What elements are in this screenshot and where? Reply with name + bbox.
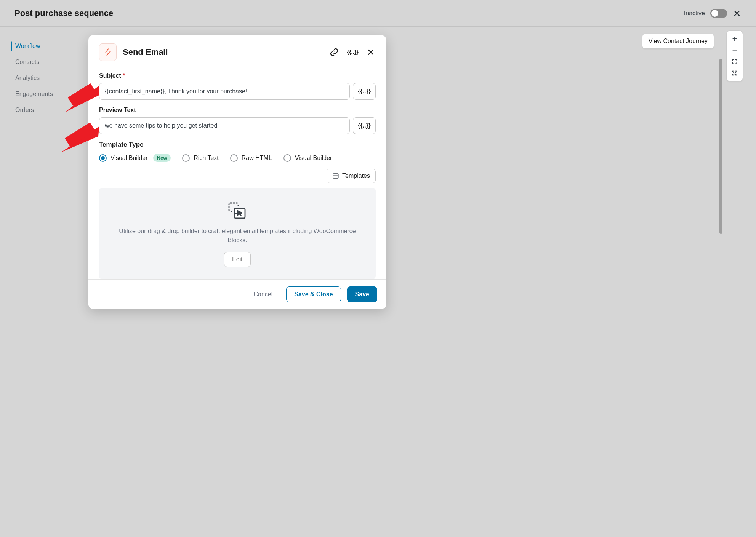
- template-option-rich-text[interactable]: Rich Text: [182, 154, 219, 162]
- sidebar-item-label: Workflow: [15, 43, 40, 49]
- templates-button-label: Templates: [342, 173, 370, 179]
- radio-dot-icon: [99, 154, 107, 162]
- radio-label: Visual Builder: [295, 155, 332, 161]
- template-option-visual-builder-alt[interactable]: Visual Builder: [284, 154, 332, 162]
- fit-screen-button[interactable]: [727, 56, 743, 67]
- template-icon: [332, 173, 339, 179]
- cancel-button[interactable]: Cancel: [246, 286, 280, 302]
- subject-row: {{..}}: [99, 83, 376, 100]
- subject-input[interactable]: [99, 83, 350, 100]
- close-page-button[interactable]: [732, 9, 742, 18]
- radio-dot-icon: [182, 154, 190, 162]
- modal-header: Send Email {{..}}: [88, 35, 386, 64]
- fullscreen-button[interactable]: [727, 67, 743, 79]
- lightning-bolt-icon: [104, 48, 112, 56]
- sidebar-item-analytics[interactable]: Analytics: [0, 70, 88, 86]
- sidebar-item-orders[interactable]: Orders: [0, 102, 88, 118]
- template-option-raw-html[interactable]: Raw HTML: [230, 154, 272, 162]
- drop-zone-text: Utilize our drag & drop builder to craft…: [110, 227, 365, 245]
- radio-dot-icon: [284, 154, 291, 162]
- sidebar-item-label: Contacts: [15, 59, 39, 65]
- modal-body: Subject * {{..}} Preview Text {{..}} Tem…: [88, 64, 386, 279]
- subject-merge-tag-button[interactable]: {{..}}: [353, 83, 376, 100]
- templates-button[interactable]: Templates: [327, 169, 376, 183]
- svg-rect-0: [333, 174, 338, 178]
- modal-close-button[interactable]: [366, 47, 376, 57]
- template-type-label: Template Type: [99, 141, 376, 149]
- zoom-in-button[interactable]: +: [727, 33, 743, 45]
- action-icon-box: [99, 43, 117, 61]
- page-title: Post purchase sequence: [14, 8, 113, 18]
- modal-header-actions: {{..}}: [329, 47, 376, 57]
- subject-label: Subject *: [99, 72, 376, 79]
- builder-drop-zone: Utilize our drag & drop builder to craft…: [99, 188, 376, 279]
- zoom-out-button[interactable]: −: [727, 45, 743, 56]
- edit-template-button[interactable]: Edit: [224, 252, 251, 267]
- canvas-zoom-controls: + −: [726, 30, 743, 82]
- modal-footer: Cancel Save & Close Save: [88, 279, 386, 309]
- preview-text-label: Preview Text: [99, 107, 376, 113]
- link-icon: [330, 48, 339, 57]
- save-button[interactable]: Save: [347, 286, 377, 302]
- radio-dot-icon: [230, 154, 238, 162]
- workflow-active-toggle[interactable]: [710, 9, 727, 18]
- workflow-status-label: Inactive: [684, 10, 705, 17]
- send-email-modal: Send Email {{..}} Subject * {{..}}: [88, 35, 386, 309]
- page-header: Post purchase sequence Inactive: [0, 0, 756, 27]
- modal-title: Send Email: [123, 47, 323, 57]
- sidebar-item-contacts[interactable]: Contacts: [0, 54, 88, 70]
- templates-row: Templates: [99, 169, 376, 183]
- preview-text-input[interactable]: [99, 117, 350, 134]
- view-contact-journey-label: View Contact Journey: [649, 38, 708, 44]
- template-option-visual-builder[interactable]: Visual Builder New: [99, 154, 171, 162]
- new-badge: New: [153, 154, 171, 162]
- sidebar-nav: Workflow Contacts Analytics Engagements …: [0, 27, 88, 537]
- template-type-radios: Visual Builder New Rich Text Raw HTML Vi…: [99, 154, 376, 162]
- sidebar-item-label: Analytics: [15, 75, 40, 81]
- save-and-close-button[interactable]: Save & Close: [286, 286, 341, 302]
- radio-label: Raw HTML: [242, 155, 272, 161]
- sidebar-item-engagements[interactable]: Engagements: [0, 86, 88, 102]
- sidebar-item-label: Orders: [15, 107, 34, 113]
- copy-link-button[interactable]: [329, 47, 339, 57]
- merge-tags-button[interactable]: {{..}}: [348, 47, 357, 57]
- header-right: Inactive: [684, 9, 742, 18]
- canvas-scrollbar[interactable]: [719, 59, 722, 234]
- preview-merge-tag-button[interactable]: {{..}}: [353, 117, 376, 134]
- sidebar-item-label: Engagements: [15, 91, 53, 97]
- radio-label: Visual Builder: [111, 155, 148, 161]
- preview-text-row: {{..}}: [99, 117, 376, 134]
- radio-label: Rich Text: [194, 155, 219, 161]
- sidebar-item-workflow[interactable]: Workflow: [0, 38, 88, 54]
- drag-drop-icon: [227, 202, 247, 221]
- view-contact-journey-button[interactable]: View Contact Journey: [642, 34, 714, 49]
- close-icon: [367, 48, 375, 56]
